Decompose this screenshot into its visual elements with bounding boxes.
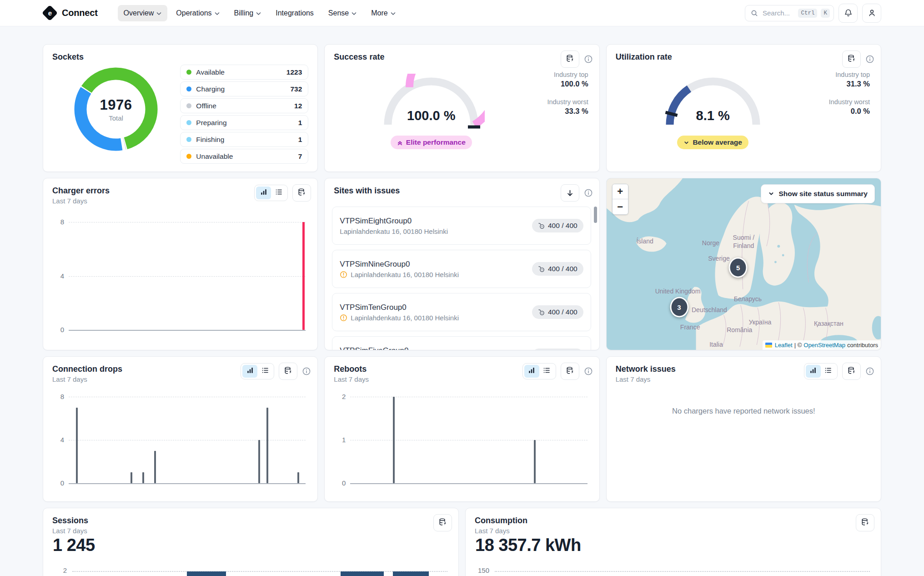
map-place-label: Sverige bbox=[708, 255, 729, 263]
legend-item-preparing[interactable]: Preparing 1 bbox=[180, 115, 308, 130]
nav-item-more[interactable]: More bbox=[365, 5, 401, 21]
legend-item-charging[interactable]: Charging 732 bbox=[180, 81, 308, 96]
sites-title: Sites with issues bbox=[325, 178, 599, 196]
legend-item-available[interactable]: Available 1223 bbox=[180, 65, 308, 80]
sockets-donut-chart: 1976 Total bbox=[72, 66, 160, 153]
sessions-mini-chart: 2 bbox=[54, 571, 447, 576]
chart-bar bbox=[534, 440, 536, 483]
nav-item-billing[interactable]: Billing bbox=[228, 5, 267, 21]
list-icon bbox=[261, 367, 269, 376]
sockets-title: Sockets bbox=[43, 45, 317, 62]
kbd-k: K bbox=[821, 9, 830, 18]
ukraine-flag-icon bbox=[765, 343, 772, 348]
sites-download-button[interactable] bbox=[561, 184, 579, 202]
nav-item-sense[interactable]: Sense bbox=[322, 5, 362, 21]
leaflet-link[interactable]: Leaflet bbox=[775, 342, 793, 349]
socket-count-badge: 400 / 400 bbox=[532, 262, 583, 276]
reboots-datasource-button[interactable] bbox=[561, 363, 579, 380]
site-row[interactable]: VTPSimTenGroup0 Lapinlahdenkatu 16, 0018… bbox=[332, 293, 591, 331]
chart-view-toggle[interactable] bbox=[256, 187, 271, 199]
sessions-subtitle: Last 7 days bbox=[43, 525, 458, 535]
legend-item-unavailable[interactable]: Unavailable 7 bbox=[180, 149, 308, 164]
map-cluster-marker[interactable]: 3 bbox=[670, 297, 688, 317]
legend-item-offline[interactable]: Offline 12 bbox=[180, 98, 308, 113]
consumption-mini-chart: 150 bbox=[477, 571, 870, 576]
bar-chart-icon bbox=[260, 188, 267, 197]
utilization-badge[interactable]: Below average bbox=[677, 136, 748, 149]
site-row[interactable]: VTPSimEightGroup0 Lapinlahdenkatu 16, 00… bbox=[332, 207, 591, 245]
database-lightning-icon bbox=[566, 366, 574, 377]
map-place-label: Ísland bbox=[636, 238, 653, 246]
sockets-total-label: Total bbox=[109, 114, 123, 122]
nav-item-operations[interactable]: Operations bbox=[170, 5, 225, 21]
chart-bar bbox=[154, 451, 156, 483]
sites-scrollbar[interactable] bbox=[594, 207, 597, 223]
map-place-label: Norge bbox=[702, 240, 719, 248]
nav-item-integrations[interactable]: Integrations bbox=[270, 5, 320, 21]
map-place-label: France bbox=[680, 323, 700, 332]
utilization-info-icon[interactable] bbox=[865, 55, 874, 64]
connection-drops-info-icon[interactable] bbox=[302, 367, 311, 376]
list-view-toggle[interactable] bbox=[821, 365, 836, 378]
list-view-toggle[interactable] bbox=[257, 365, 272, 378]
utilization-datasource-button[interactable] bbox=[842, 51, 861, 68]
connection-drops-card: Connection drops Last 7 days 840 bbox=[43, 356, 318, 502]
network-issues-info-icon[interactable] bbox=[865, 367, 874, 376]
socket-count-badge: 400 / 400 bbox=[532, 305, 583, 319]
sites-info-icon[interactable] bbox=[584, 188, 593, 197]
legend-dot bbox=[186, 154, 191, 159]
chart-view-toggle[interactable] bbox=[806, 365, 821, 378]
site-row[interactable]: VTPSimNineGroup0 Lapinlahdenkatu 16, 001… bbox=[332, 250, 591, 288]
legend-item-finishing[interactable]: Finishing 1 bbox=[180, 132, 308, 147]
success-rate-info-icon[interactable] bbox=[584, 55, 593, 64]
list-icon bbox=[275, 188, 282, 197]
database-lightning-icon bbox=[284, 366, 292, 377]
success-rate-badge[interactable]: Elite performance bbox=[391, 136, 472, 149]
sockets-card: Sockets 1976 Total Available 1223 Chargi… bbox=[43, 44, 318, 172]
search-input[interactable] bbox=[762, 9, 794, 17]
notifications-button[interactable] bbox=[839, 4, 858, 23]
consumption-title: Consumption bbox=[466, 508, 881, 525]
bell-icon bbox=[844, 9, 853, 17]
list-view-toggle[interactable] bbox=[539, 365, 554, 378]
warning-icon bbox=[340, 314, 347, 322]
sessions-datasource-button[interactable] bbox=[433, 514, 452, 531]
list-view-toggle[interactable] bbox=[271, 187, 286, 199]
brand[interactable]: e Connect bbox=[43, 6, 98, 20]
charger-errors-chart: 840 bbox=[69, 222, 306, 330]
chevron-down-icon bbox=[683, 140, 689, 146]
warning-icon bbox=[340, 271, 347, 278]
database-lightning-icon bbox=[847, 366, 856, 377]
chart-view-toggle[interactable] bbox=[524, 365, 539, 378]
search-box[interactable]: Ctrl K bbox=[745, 5, 834, 21]
map-canvas[interactable]: ÍslandNorgeSuomi / FinlandSverigeUnited … bbox=[607, 178, 881, 350]
map-place-label: Беларусь bbox=[734, 295, 762, 303]
arrow-down-icon bbox=[566, 189, 574, 197]
site-status-summary-button[interactable]: Show site status summary bbox=[761, 184, 875, 203]
map-zoom-in-button[interactable]: + bbox=[613, 184, 628, 199]
map-zoom-out-button[interactable]: − bbox=[613, 199, 628, 214]
bar-chart-icon bbox=[246, 367, 254, 376]
dashboard-main: Sockets 1976 Total Available 1223 Chargi… bbox=[0, 26, 924, 576]
main-menu: OverviewOperationsBillingIntegrationsSen… bbox=[118, 5, 402, 21]
success-rate-datasource-button[interactable] bbox=[561, 51, 579, 68]
chart-bar bbox=[302, 222, 305, 330]
charger-errors-datasource-button[interactable] bbox=[292, 184, 311, 202]
nav-item-overview[interactable]: Overview bbox=[118, 5, 168, 21]
network-issues-card: Network issues Last 7 days No chargers h… bbox=[606, 356, 881, 502]
database-lightning-icon bbox=[566, 54, 574, 65]
chart-bar bbox=[393, 397, 395, 483]
map-cluster-marker[interactable]: 5 bbox=[729, 258, 748, 278]
legend-dot bbox=[186, 103, 191, 108]
sessions-card: Sessions Last 7 days 1 245 2 bbox=[43, 508, 459, 576]
chart-view-toggle[interactable] bbox=[242, 365, 257, 378]
map-place-label: United Kingdom bbox=[655, 288, 701, 296]
network-issues-datasource-button[interactable] bbox=[842, 363, 861, 380]
openstreetmap-link[interactable]: OpenStreetMap bbox=[803, 342, 845, 349]
account-button[interactable] bbox=[862, 4, 881, 23]
chart-bar bbox=[266, 408, 268, 483]
site-row[interactable]: VTPSimFiveGroup0 Lapinlahdenkatu 16, 001… bbox=[332, 336, 591, 350]
connection-drops-datasource-button[interactable] bbox=[279, 363, 297, 380]
consumption-datasource-button[interactable] bbox=[856, 514, 874, 531]
reboots-info-icon[interactable] bbox=[584, 367, 593, 376]
